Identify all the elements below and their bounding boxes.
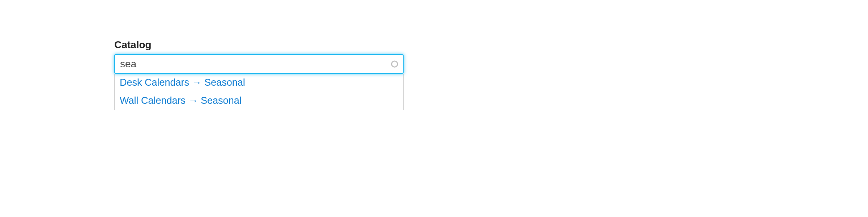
catalog-search-input[interactable] <box>114 54 404 74</box>
suggestions-dropdown: Desk Calendars → Seasonal Wall Calendars… <box>114 74 404 110</box>
catalog-input-wrapper <box>114 54 404 74</box>
suggestion-item[interactable]: Wall Calendars → Seasonal <box>115 92 403 110</box>
suggestion-item[interactable]: Desk Calendars → Seasonal <box>115 74 403 92</box>
catalog-label: Catalog <box>114 39 404 51</box>
